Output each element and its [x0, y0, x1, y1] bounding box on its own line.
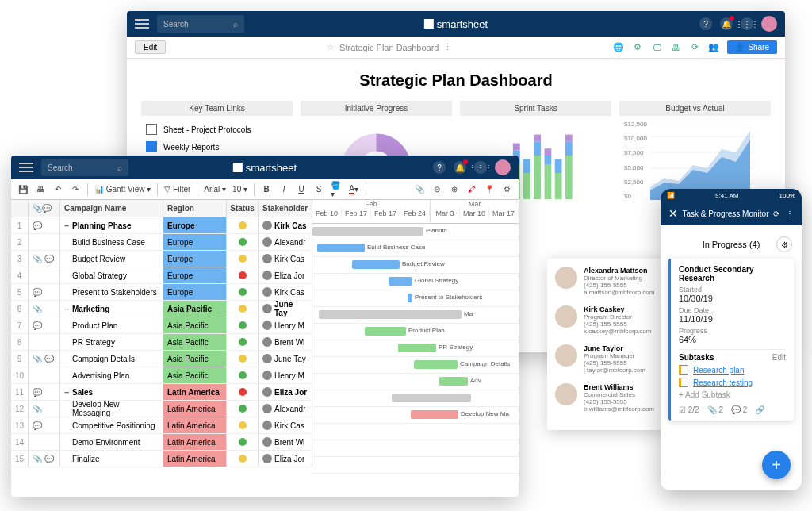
cell-stakeholder[interactable]: Eliza Jor: [259, 267, 312, 283]
column-header[interactable]: Region: [163, 200, 227, 217]
cell-stakeholder[interactable]: Kirk Cas: [259, 284, 312, 300]
cell-stakeholder[interactable]: Kirk Cas: [259, 217, 312, 233]
person-item[interactable]: Kirk CaskeyProgram Director(425) 155-555…: [555, 305, 658, 335]
table-row[interactable]: 7💬Product PlanAsia PacificHenry M: [11, 317, 312, 334]
cell-status[interactable]: [227, 401, 259, 417]
search-input[interactable]: Search⌕: [157, 15, 244, 33]
baseline-icon[interactable]: 📍: [484, 184, 495, 195]
cell-stakeholder[interactable]: Kirk Cas: [259, 251, 312, 267]
more-icon[interactable]: ⋮: [443, 42, 452, 52]
row-icons[interactable]: [29, 434, 60, 450]
cell-status[interactable]: [227, 251, 259, 267]
team-link[interactable]: Weekly Reports: [146, 138, 288, 156]
cell-name[interactable]: Present to Stakeholders: [60, 284, 163, 300]
add-subtask[interactable]: + Add Subtask: [679, 390, 786, 399]
table-row[interactable]: 2Build Business CaseEuropeAlexandr: [11, 234, 312, 251]
cell-name[interactable]: −Marketing: [60, 301, 163, 317]
table-row[interactable]: 8PR StrategyAsia PacificBrent Wi: [11, 334, 312, 351]
cell-stakeholder[interactable]: Alexandr: [259, 234, 312, 250]
table-row[interactable]: 4Global StrategyEuropeEliza Jor: [11, 267, 312, 284]
row-icons[interactable]: [29, 334, 60, 350]
cell-status[interactable]: [227, 234, 259, 250]
row-icons[interactable]: [29, 234, 60, 250]
user-avatar[interactable]: [761, 16, 777, 32]
checkbox-icon[interactable]: [679, 378, 688, 387]
cell-stakeholder[interactable]: Eliza Jor: [259, 451, 312, 467]
gantt-bar[interactable]: [414, 360, 458, 369]
cell-name[interactable]: Demo Environment: [60, 434, 163, 450]
notifications-icon[interactable]: 🔔: [720, 17, 733, 30]
cell-status[interactable]: [227, 367, 259, 383]
highlight-icon[interactable]: 🖍: [466, 184, 477, 195]
table-row[interactable]: 13💬Competitive PositioningLatin AmericaK…: [11, 417, 312, 434]
cell-region[interactable]: Asia Pacific: [163, 317, 227, 333]
subtask-item[interactable]: Research plan: [679, 365, 786, 375]
cell-region[interactable]: Europe: [163, 284, 227, 300]
gantt-bar[interactable]: [365, 327, 406, 336]
fontsize-dropdown[interactable]: 10 ▾: [232, 185, 247, 194]
cell-region[interactable]: Europe: [163, 267, 227, 283]
table-row[interactable]: 14Demo EnvironmentLatin AmericaBrent Wi: [11, 434, 312, 451]
globe-icon[interactable]: 🌐: [613, 42, 624, 53]
view-dropdown[interactable]: 📊 Gantt View ▾: [94, 185, 151, 194]
share-button[interactable]: 👤 Share: [727, 40, 777, 54]
search-input[interactable]: Search⌕: [41, 159, 128, 176]
textcolor-icon[interactable]: A▾: [348, 184, 359, 195]
cell-region[interactable]: Europe: [163, 251, 227, 267]
column-header[interactable]: Status: [227, 200, 259, 217]
cell-stakeholder[interactable]: Brent Wi: [259, 434, 312, 450]
cell-status[interactable]: [227, 417, 259, 433]
cell-stakeholder[interactable]: June Tay: [259, 301, 312, 317]
gear-icon[interactable]: ⚙: [776, 236, 792, 252]
cell-stakeholder[interactable]: Henry M: [259, 317, 312, 333]
undo-icon[interactable]: ↶: [52, 184, 63, 195]
person-item[interactable]: Brent WilliamsCommercial Sales(425) 155-…: [555, 383, 658, 413]
cell-region[interactable]: Asia Pacific: [163, 351, 227, 367]
menu-icon[interactable]: [19, 163, 33, 172]
redo-icon[interactable]: ↷: [70, 184, 81, 195]
fill-icon[interactable]: 🪣▾: [331, 184, 342, 195]
cell-status[interactable]: [227, 317, 259, 333]
cell-stakeholder[interactable]: Henry M: [259, 367, 312, 383]
gantt-bar[interactable]: [317, 244, 365, 252]
cell-name[interactable]: Budget Review: [60, 251, 163, 267]
row-icons[interactable]: [29, 267, 60, 283]
users-icon[interactable]: 👥: [708, 42, 719, 53]
table-row[interactable]: 9📎 💬Campaign DetailsAsia PacificJune Tay: [11, 351, 312, 367]
row-icons[interactable]: 📎 💬: [29, 451, 60, 467]
edit-link[interactable]: Edit: [772, 353, 786, 362]
cell-status[interactable]: [227, 284, 259, 300]
checkbox-icon[interactable]: [679, 365, 688, 375]
attach-icon[interactable]: 📎: [414, 184, 425, 195]
notifications-icon[interactable]: 🔔: [454, 161, 466, 174]
team-link[interactable]: Sheet - Project Protocols: [146, 121, 288, 138]
cell-region[interactable]: Europe: [163, 217, 227, 233]
help-icon[interactable]: ?: [433, 161, 446, 174]
settings-icon[interactable]: ⚙: [632, 42, 643, 53]
gantt-bar[interactable]: [398, 344, 436, 352]
cell-status[interactable]: [227, 384, 259, 400]
star-icon[interactable]: ☆: [327, 42, 335, 52]
help-icon[interactable]: ?: [699, 17, 712, 30]
cell-stakeholder[interactable]: Alexandr: [259, 401, 312, 417]
cell-region[interactable]: Asia Pacific: [163, 301, 227, 317]
row-icons[interactable]: 💬: [29, 217, 60, 233]
close-icon[interactable]: ✕: [668, 207, 678, 220]
zoomin-icon[interactable]: ⊕: [449, 184, 460, 195]
bold-icon[interactable]: B: [261, 184, 272, 195]
row-icons[interactable]: [29, 367, 60, 383]
gantt-bar[interactable]: [319, 310, 462, 319]
cell-stakeholder[interactable]: Eliza Jor: [259, 384, 312, 400]
table-row[interactable]: 6📎 −MarketingAsia PacificJune Tay: [11, 301, 312, 317]
cell-name[interactable]: −Planning Phase: [60, 217, 163, 233]
row-icons[interactable]: 📎 💬: [29, 351, 60, 367]
strike-icon[interactable]: S: [313, 184, 324, 195]
cell-region[interactable]: Latin America: [163, 451, 227, 467]
cell-region[interactable]: Asia Pacific: [163, 334, 227, 350]
row-icons[interactable]: 💬: [29, 284, 60, 300]
cell-name[interactable]: Build Business Case: [60, 234, 163, 250]
cell-status[interactable]: [227, 267, 259, 283]
table-row[interactable]: 1💬−Planning PhaseEuropeKirk Cas: [11, 217, 312, 234]
column-header[interactable]: Campaign Name: [60, 200, 163, 217]
cell-name[interactable]: Product Plan: [60, 317, 163, 333]
